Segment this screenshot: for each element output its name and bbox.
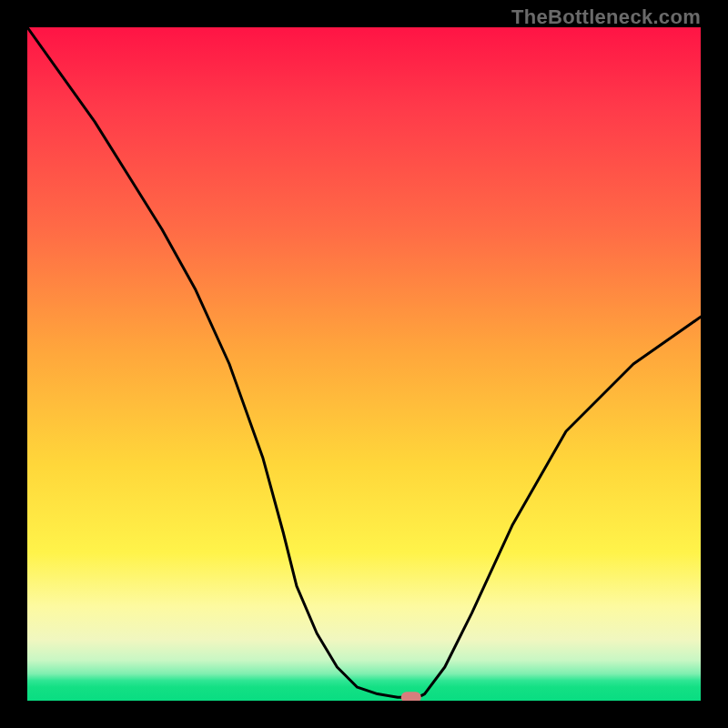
plot-area (27, 27, 701, 701)
chart-container: TheBottleneck.com (0, 0, 728, 728)
bottleneck-curve-line (27, 27, 701, 697)
chart-svg (27, 27, 701, 701)
watermark-text: TheBottleneck.com (511, 5, 701, 29)
optimal-point-marker (401, 692, 421, 701)
